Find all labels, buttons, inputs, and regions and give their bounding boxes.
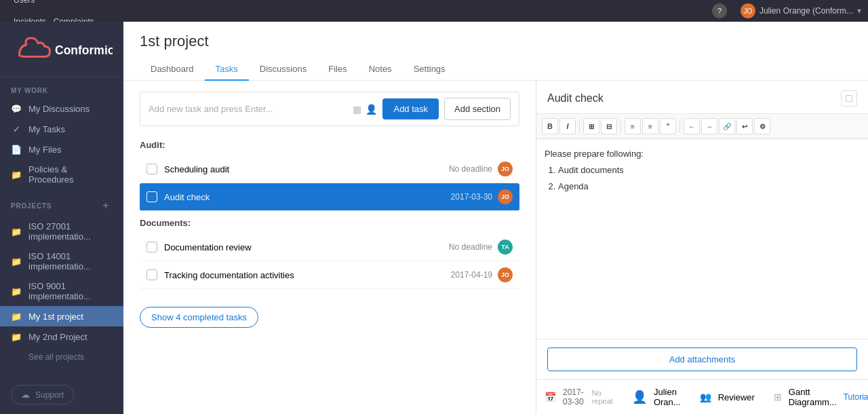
task-item-documentation-review[interactable]: Documentation reviewNo deadlineTA <box>140 233 519 261</box>
bold-button[interactable]: B <box>542 118 558 134</box>
add-attachments-button[interactable]: Add attachments <box>547 347 857 371</box>
task-detail-footer: 📅 2017-03-30 No repeat 👤 Julien Oran... … <box>536 379 868 414</box>
task-deadline-audit-check: 2017-03-30 <box>451 192 492 202</box>
task-input-bar: ▦ 👤 Add task Add section <box>140 92 519 126</box>
task-item-tracking-documentation[interactable]: Tracking documentation activities2017-04… <box>140 261 519 289</box>
task-input[interactable] <box>149 104 347 114</box>
footer-date-item: 2017-03-30 No repeat <box>563 388 613 407</box>
tutorials-button[interactable]: Tutorials <box>844 392 868 402</box>
projects-header: PROJECTS + <box>0 189 123 217</box>
rte-content[interactable]: Please prepare following: Audit document… <box>536 139 868 339</box>
task-item-scheduling-audit[interactable]: Scheduling auditNo deadlineJO <box>140 155 519 183</box>
sidebar-label-iso9001: ISO 9001 implementatio... <box>28 281 113 301</box>
unordered-list-button[interactable]: ≡ <box>642 118 658 134</box>
outdent-button[interactable]: ← <box>684 118 700 134</box>
undo-button[interactable]: ↩ <box>736 118 753 134</box>
settings-button[interactable]: ⚙ <box>754 118 770 134</box>
rte-toolbar: B I ⊞ ⊟ ≡ ≡ " ← → 🔗 ↩ ⚙ <box>536 114 868 139</box>
task-checkbox-tracking-documentation[interactable] <box>146 269 157 280</box>
footer-gantt: Gantt Diagramm... <box>789 387 837 407</box>
sidebar-label-my-tasks: My Tasks <box>28 124 65 134</box>
add-section-button[interactable]: Add section <box>444 98 511 120</box>
sidebar: Conformio MY WORK 💬My Discussions✓My Tas… <box>0 22 123 414</box>
page-title: 1st project <box>140 33 852 50</box>
my-discussions-icon: 💬 <box>11 103 22 114</box>
project-icon-iso27001: 📁 <box>11 226 22 237</box>
quote-button[interactable]: " <box>660 118 676 134</box>
tab-dashboard[interactable]: Dashboard <box>140 58 205 81</box>
sidebar-item-iso14001[interactable]: 📁ISO 14001 implementatio... <box>0 246 123 276</box>
table-button[interactable]: ⊞ <box>583 118 599 134</box>
task-item-audit-check[interactable]: Audit check2017-03-30JO <box>140 183 519 211</box>
my-files-icon: 📄 <box>11 144 22 155</box>
task-name-tracking-documentation: Tracking documentation activities <box>164 270 451 280</box>
tasks-area: ▦ 👤 Add task Add section Audit:Schedulin… <box>123 81 868 414</box>
task-checkbox-audit-check[interactable] <box>146 191 157 202</box>
assign-icon[interactable]: 👤 <box>366 104 377 115</box>
sidebar-item-iso9001[interactable]: 📁ISO 9001 implementatio... <box>0 276 123 306</box>
content-area: 1st project DashboardTasksDiscussionsFil… <box>123 22 868 414</box>
sidebar-logo: Conformio <box>0 22 123 77</box>
close-icon[interactable]: □ <box>841 90 857 107</box>
user-menu[interactable]: JO Julien Orange (Conform... ▾ <box>741 3 861 18</box>
nav-item-users[interactable]: Users <box>7 0 181 11</box>
project-icon-iso9001: 📁 <box>11 286 22 297</box>
add-attachments-area: Add attachments <box>536 339 868 379</box>
sidebar-label-my-1st-project: My 1st project <box>28 312 83 322</box>
link-button[interactable]: 🔗 <box>719 118 735 134</box>
project-icon-iso14001: 📁 <box>11 256 22 267</box>
task-detail-panel: Audit check □ B I ⊞ ⊟ ≡ ≡ " ← → <box>536 81 868 414</box>
task-meta-documentation-review: No deadlineTA <box>449 240 513 255</box>
sidebar-item-iso27001[interactable]: 📁ISO 27001 implementatio... <box>0 217 123 246</box>
indent-button[interactable]: → <box>701 118 717 134</box>
svg-text:Conformio: Conformio <box>55 43 113 57</box>
sidebar-item-my-1st-project[interactable]: 📁My 1st project <box>0 306 123 326</box>
section-audit: Audit:Scheduling auditNo deadlineJOAudit… <box>140 140 519 211</box>
task-deadline-tracking-documentation: 2017-04-19 <box>451 270 492 280</box>
tab-tasks[interactable]: Tasks <box>205 58 249 81</box>
tab-settings[interactable]: Settings <box>403 58 456 81</box>
add-project-icon[interactable]: + <box>99 199 113 212</box>
task-detail-title: Audit check <box>547 92 604 105</box>
ordered-list-button[interactable]: ≡ <box>625 118 641 134</box>
sidebar-item-my-tasks[interactable]: ✓My Tasks <box>0 119 123 139</box>
show-completed-button[interactable]: Show 4 completed tasks <box>140 307 258 328</box>
tab-files[interactable]: Files <box>317 58 357 81</box>
footer-no-repeat: No repeat <box>592 389 613 405</box>
my-work-items: 💬My Discussions✓My Tasks📄My Files📁Polici… <box>0 98 123 189</box>
calendar-icon[interactable]: ▦ <box>353 104 361 115</box>
sidebar-label-iso27001: ISO 27001 implementatio... <box>28 221 113 242</box>
italic-button[interactable]: I <box>559 118 576 134</box>
rte-list-item: Agenda <box>558 180 860 194</box>
task-checkbox-scheduling-audit[interactable] <box>146 164 157 174</box>
sections-container: Audit:Scheduling auditNo deadlineJOAudit… <box>140 140 519 289</box>
project-icon-my-2nd-project: 📁 <box>11 331 22 342</box>
footer-date: 2017-03-30 <box>563 388 584 407</box>
table2-button[interactable]: ⊟ <box>601 118 617 134</box>
toolbar-divider-2 <box>620 120 621 132</box>
task-meta-scheduling-audit: No deadlineJO <box>449 162 513 176</box>
project-icon-my-1st-project: 📁 <box>11 311 22 322</box>
tab-notes[interactable]: Notes <box>358 58 403 81</box>
sidebar-item-my-2nd-project[interactable]: 📁My 2nd Project <box>0 326 123 347</box>
toolbar-divider-3 <box>679 120 680 132</box>
see-all-projects[interactable]: See all projects <box>0 347 123 367</box>
add-task-button[interactable]: Add task <box>382 98 439 119</box>
sidebar-item-policies-procedures[interactable]: 📁Policies & Procedures <box>0 159 123 189</box>
help-icon[interactable]: ? <box>712 3 727 18</box>
support-button[interactable]: ☁ Support <box>11 385 74 404</box>
sidebar-label-policies-procedures: Policies & Procedures <box>28 164 113 185</box>
task-name-documentation-review: Documentation review <box>164 242 449 252</box>
task-checkbox-documentation-review[interactable] <box>146 242 157 252</box>
my-work-label: MY WORK <box>0 77 123 98</box>
task-name-scheduling-audit: Scheduling audit <box>164 164 449 174</box>
sidebar-item-my-discussions[interactable]: 💬My Discussions <box>0 98 123 119</box>
my-tasks-icon: ✓ <box>11 124 22 134</box>
sidebar-item-my-files[interactable]: 📄My Files <box>0 139 123 159</box>
sidebar-label-my-files: My Files <box>28 145 61 155</box>
rte-intro: Please prepare following: <box>545 147 860 162</box>
rte-list-item: Audit documents <box>558 164 860 178</box>
task-input-icons: ▦ 👤 <box>353 104 377 115</box>
tab-discussions[interactable]: Discussions <box>249 58 317 81</box>
page-tabs: DashboardTasksDiscussionsFilesNotesSetti… <box>140 58 852 80</box>
